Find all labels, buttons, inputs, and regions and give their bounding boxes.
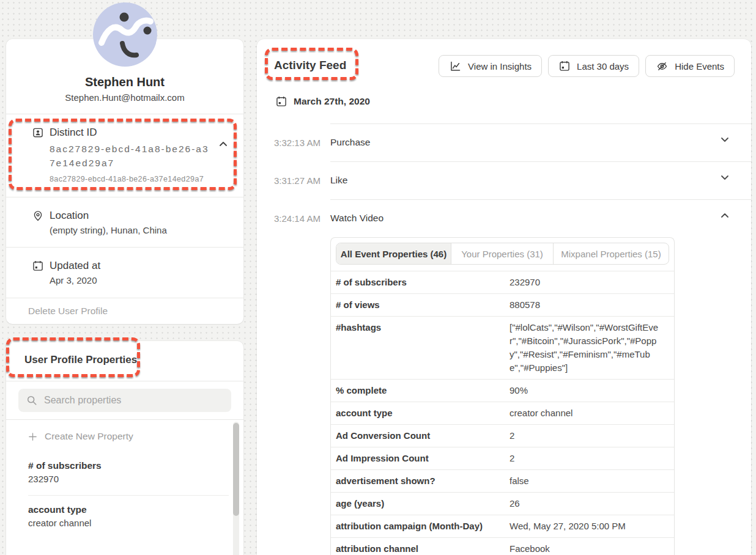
eye-off-icon (656, 60, 669, 73)
event-property-value: 26 (510, 497, 674, 510)
properties-panel-title: User Profile Properties (6, 341, 243, 367)
event-property-value: 880578 (510, 298, 674, 312)
event-property-name: attribution campaign (Month-Day) (331, 520, 510, 533)
event-name: Like (330, 175, 347, 186)
event-property-value: Facebook (510, 542, 674, 555)
distinct-id-subvalue: 8ac27829-ebcd-41a8-be26-a37e14ed29a7 (50, 175, 229, 183)
location-pin-icon (32, 210, 44, 222)
event-time: 3:24:14 AM (274, 213, 330, 224)
table-row: account type creator channel (331, 402, 674, 424)
event-properties-tabs: All Event Properties (46) Your Propertie… (336, 243, 669, 265)
table-row: # of views 880578 (331, 293, 674, 316)
table-row: age (years) 26 (331, 492, 674, 515)
delete-user-profile-button[interactable]: Delete User Profile (6, 298, 243, 324)
event-property-name: Ad Conversion Count (331, 429, 510, 443)
event-property-name: account type (331, 406, 510, 420)
event-property-value: 232970 (510, 276, 674, 289)
location-label: Location (50, 209, 89, 222)
view-in-insights-label: View in Insights (468, 61, 532, 72)
table-row: attribution channel Facebook (331, 537, 674, 555)
property-item-name: account type (28, 504, 229, 515)
collapse-chevron-icon[interactable] (219, 141, 228, 147)
event-property-name: attribution channel (331, 542, 510, 555)
table-row: advertisement shown? false (331, 469, 674, 492)
property-item-name: # of subscribers (28, 460, 229, 471)
property-list-item[interactable]: account type creator channel (28, 495, 229, 539)
activity-feed-card: Activity Feed View in Insights Last 30 d… (257, 39, 751, 555)
event-name: Watch Video (330, 213, 384, 224)
avatar (93, 2, 157, 67)
event-property-value: 90% (510, 384, 674, 397)
tab-label: All Event Properties (46) (341, 249, 447, 259)
updated-at-section: Updated at Apr 3, 2020 (6, 247, 243, 298)
event-row[interactable]: 3:32:13 AM Purchase (257, 123, 751, 161)
last-30-days-button[interactable]: Last 30 days (548, 55, 639, 77)
table-row: % complete 90% (331, 379, 674, 402)
event-name: Purchase (330, 137, 370, 148)
view-in-insights-button[interactable]: View in Insights (439, 55, 542, 77)
create-new-property-button[interactable]: Create New Property (6, 420, 243, 452)
date-header: March 27th, 2020 (275, 95, 751, 108)
property-item-value: 232970 (28, 474, 229, 485)
event-properties-tab[interactable]: All Event Properties (46) (336, 243, 451, 264)
event-row[interactable]: 3:24:14 AM Watch Video (257, 199, 751, 237)
event-property-name: advertisement shown? (331, 474, 510, 488)
last-30-days-label: Last 30 days (577, 61, 629, 72)
event-row[interactable]: 3:31:27 AM Like (257, 161, 751, 199)
event-properties-panel: All Event Properties (46) Your Propertie… (330, 237, 675, 555)
chevron-down-icon[interactable] (721, 213, 729, 218)
search-properties-box[interactable] (18, 389, 231, 412)
property-list-item[interactable]: # of subscribers 232970 (28, 452, 229, 495)
calendar-icon (558, 60, 571, 72)
search-properties-input[interactable] (44, 389, 228, 412)
event-property-value: ["#lolCats","#Wilson","#WorstGiftEver","… (510, 321, 674, 375)
distinct-id-label: Distinct ID (50, 126, 97, 139)
table-row: attribution campaign (Month-Day) Wed, Ma… (331, 515, 674, 537)
calendar-icon (32, 260, 44, 272)
event-property-name: #hashtags (331, 321, 510, 334)
location-value: (empty string), Hunan, China (50, 224, 229, 237)
distinct-id-value: 8ac27829-ebcd-41a8-be26-a37e14ed29a7 (50, 142, 210, 170)
user-email: Stephen.Hunt@hotmailx.com (6, 92, 243, 103)
event-property-value: 2 (510, 429, 674, 443)
event-property-value: false (510, 474, 674, 488)
create-new-property-label: Create New Property (45, 431, 133, 442)
property-item-value: creator channel (28, 518, 229, 529)
event-time: 3:32:13 AM (274, 138, 330, 148)
calendar-icon (275, 95, 287, 108)
plus-icon (28, 432, 37, 441)
table-row: # of subscribers 232970 (331, 271, 674, 293)
event-properties-tab[interactable]: Your Properties (31) (451, 243, 553, 264)
event-property-name: # of views (331, 298, 510, 312)
hide-events-label: Hide Events (675, 61, 724, 72)
line-chart-icon (449, 60, 462, 73)
properties-list: Create New Property # of subscribers 232… (6, 419, 243, 555)
properties-scrollbar-thumb[interactable] (233, 423, 239, 516)
event-time: 3:31:27 AM (274, 175, 330, 186)
event-properties-tab[interactable]: Mixpanel Properties (15) (553, 243, 669, 264)
event-property-value: Wed, May 27, 2020 5:00 PM (510, 520, 674, 533)
chevron-down-icon[interactable] (721, 137, 729, 142)
activity-feed-title: Activity Feed (274, 57, 346, 73)
user-profile-properties-card: User Profile Properties Create New Prope… (6, 341, 243, 555)
chevron-down-icon[interactable] (721, 175, 729, 180)
hide-events-button[interactable]: Hide Events (645, 55, 735, 77)
event-property-name: Ad Impression Count (331, 452, 510, 465)
updated-at-label: Updated at (50, 259, 100, 273)
events-list: 3:32:13 AM Purchase 3:31:27 AM Like (257, 123, 751, 237)
updated-at-value: Apr 3, 2020 (50, 274, 229, 287)
table-row: Ad Conversion Count 2 (331, 424, 674, 447)
location-section: Location (empty string), Hunan, China (6, 197, 243, 247)
event-property-name: age (years) (331, 497, 510, 510)
tab-label: Mixpanel Properties (15) (561, 249, 661, 259)
date-header-label: March 27th, 2020 (294, 96, 370, 107)
event-property-name: % complete (331, 384, 510, 397)
tab-label: Your Properties (31) (461, 249, 543, 259)
table-row: Ad Impression Count 2 (331, 447, 674, 469)
event-property-name: # of subscribers (331, 276, 510, 289)
user-profile-card: Stephen Hunt Stephen.Hunt@hotmailx.com D… (6, 39, 243, 324)
search-icon (26, 395, 37, 406)
event-property-value: creator channel (510, 406, 674, 420)
distinct-id-section: Distinct ID 8ac27829-ebcd-41a8-be26-a37e… (6, 114, 243, 197)
table-row: #hashtags ["#lolCats","#Wilson","#WorstG… (331, 316, 674, 379)
